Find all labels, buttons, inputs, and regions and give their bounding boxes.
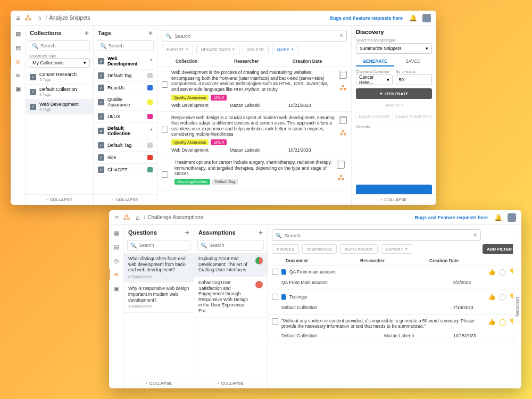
document-row[interactable]: "Without any context or content provided… bbox=[268, 316, 521, 343]
checkbox-icon[interactable]: ✓ bbox=[98, 58, 104, 64]
collection-item[interactable]: ✓Cancer Research3 Tags bbox=[26, 70, 93, 85]
thumbs-up-icon[interactable]: 👍 bbox=[488, 318, 496, 326]
checkbox-icon[interactable]: ✓ bbox=[30, 104, 36, 110]
nav-library-icon[interactable]: ▣ bbox=[14, 85, 22, 93]
copy-icon[interactable] bbox=[338, 162, 345, 169]
collection-item[interactable]: ✓Web Development4 Tags bbox=[26, 99, 93, 114]
nav-analyze-icon[interactable]: ◎ bbox=[113, 257, 120, 264]
checkbox-icon[interactable]: ✓ bbox=[98, 128, 104, 134]
app-logo-icon[interactable] bbox=[339, 129, 347, 137]
document-row[interactable]: Testingje👍◯👎 Default Collection7/18/2023 bbox=[268, 291, 521, 315]
chevron-up-icon[interactable]: ˄ bbox=[150, 128, 153, 134]
app-logo-icon[interactable] bbox=[339, 84, 347, 92]
proves-button[interactable]: PROVES bbox=[272, 244, 299, 254]
disproves-button[interactable]: DISPROVES bbox=[302, 244, 337, 254]
tag-item[interactable]: ✓nice bbox=[94, 152, 157, 164]
tag-chip[interactable]: UI/UX bbox=[211, 139, 227, 145]
row-checkbox[interactable] bbox=[162, 171, 168, 178]
tag-chip[interactable]: UI/UX bbox=[211, 95, 227, 101]
tag-item[interactable]: ✓Default Tag bbox=[94, 139, 157, 152]
app-logo-icon[interactable] bbox=[123, 214, 130, 221]
tag-chip[interactable]: Quality Assurance bbox=[171, 95, 209, 101]
neutral-icon[interactable]: ◯ bbox=[499, 318, 506, 326]
tag-item[interactable]: ✓UI/UX bbox=[94, 111, 157, 123]
feedback-link[interactable]: Bugs and Feature requests here bbox=[414, 215, 488, 220]
bell-icon[interactable]: 🔔 bbox=[494, 214, 502, 221]
tag-group[interactable]: ✓Web Development˄ bbox=[94, 53, 157, 70]
tab-generate[interactable]: GENERATE bbox=[356, 57, 394, 66]
assumption-item[interactable]: Exploring Front-End Development: The Art… bbox=[194, 253, 267, 277]
home-icon[interactable]: ⌂ bbox=[136, 214, 139, 221]
thumbs-up-icon[interactable]: 👍 bbox=[488, 268, 496, 276]
add-filter-button[interactable]: ADD FILTER bbox=[483, 244, 516, 254]
main-search[interactable]: 🔍× bbox=[162, 30, 347, 41]
nav-challenge-icon[interactable]: ≋ bbox=[113, 271, 120, 278]
thumbs-up-icon[interactable]: 👍 bbox=[488, 293, 496, 301]
nav-collections-icon[interactable]: ▦ bbox=[14, 30, 22, 37]
snippet-row[interactable]: Web development is the process of creati… bbox=[157, 66, 351, 112]
nav-collections-icon[interactable]: ▦ bbox=[113, 229, 120, 237]
copy-icon[interactable] bbox=[340, 117, 347, 124]
checkbox-icon[interactable]: ✓ bbox=[98, 113, 104, 120]
collapse-questions[interactable]: ‹COLLAPSE bbox=[124, 378, 194, 388]
export-button[interactable]: EXPORT▾ bbox=[162, 45, 193, 54]
make-shorter-button[interactable]: MAKE SHORTER bbox=[395, 112, 433, 121]
words-input[interactable]: 50 bbox=[396, 74, 433, 85]
discovery-collapsed-tab[interactable]: Discovery bbox=[513, 225, 521, 388]
document-row[interactable]: QA From main account👍◯👎 QA From Main acc… bbox=[268, 266, 521, 290]
collection-select[interactable]: Cancer Rese...▾ bbox=[356, 74, 393, 85]
question-item[interactable]: Why is responsive web design important i… bbox=[124, 282, 194, 312]
row-checkbox[interactable] bbox=[272, 269, 278, 275]
save-bar[interactable] bbox=[356, 185, 432, 194]
neutral-icon[interactable]: ◯ bbox=[499, 293, 506, 301]
bell-icon[interactable]: 🔔 bbox=[409, 14, 417, 22]
hamburger-icon[interactable]: ≡ bbox=[114, 213, 119, 222]
make-longer-button[interactable]: MAKE LONGER bbox=[356, 112, 393, 121]
simplify-button[interactable]: SIMPLIFY bbox=[356, 100, 432, 110]
collapse-assumptions[interactable]: ‹COLLAPSE bbox=[194, 378, 267, 388]
collections-type-select[interactable]: My Collections▾ bbox=[29, 58, 90, 68]
add-collection-button[interactable]: + bbox=[85, 29, 89, 37]
tag-item[interactable]: ✓Default Tag bbox=[94, 70, 157, 82]
tag-item[interactable]: ✓ChatGPT bbox=[94, 164, 157, 176]
row-checkbox[interactable] bbox=[272, 318, 278, 325]
add-question-button[interactable]: + bbox=[185, 228, 189, 237]
row-checkbox[interactable] bbox=[272, 294, 278, 300]
tag-chip[interactable]: Quality Assurance bbox=[171, 139, 209, 145]
tag-chip[interactable]: OncologyStudies bbox=[174, 179, 210, 185]
collections-search[interactable]: 🔍× bbox=[29, 40, 90, 51]
tag-chip[interactable]: Default Tag bbox=[212, 179, 238, 185]
checkbox-icon[interactable]: ✓ bbox=[98, 154, 104, 161]
app-logo-icon[interactable] bbox=[24, 14, 32, 22]
collapse-tags[interactable]: ‹COLLAPSE bbox=[94, 194, 157, 205]
hamburger-icon[interactable]: ≡ bbox=[16, 14, 20, 22]
snippet-row[interactable]: Treatment options for cancer include sur… bbox=[157, 156, 351, 190]
main-search[interactable]: 🔍× bbox=[272, 229, 481, 241]
checkbox-icon[interactable]: ✓ bbox=[30, 89, 36, 95]
clear-icon[interactable]: × bbox=[339, 32, 343, 39]
checkbox-icon[interactable]: ✓ bbox=[98, 72, 104, 79]
analysis-type-select[interactable]: Summarize Snippets▾ bbox=[356, 43, 432, 54]
assumptions-search[interactable]: 🔍× bbox=[197, 240, 264, 251]
tags-search[interactable]: 🔍× bbox=[97, 40, 154, 51]
checkbox-icon[interactable]: ✓ bbox=[30, 74, 36, 80]
breadcrumb[interactable]: Analyze Snippets bbox=[49, 15, 90, 21]
tag-item[interactable]: ✓Quality Assurance bbox=[94, 94, 157, 111]
copy-icon[interactable] bbox=[340, 72, 347, 79]
auto-proof-button[interactable]: AUTO PROOF bbox=[340, 244, 378, 254]
tag-group[interactable]: ✓Default Collection˄ bbox=[94, 123, 157, 139]
add-assumption-button[interactable]: + bbox=[259, 228, 263, 237]
clear-icon[interactable]: × bbox=[473, 231, 477, 239]
checkbox-icon[interactable]: ✓ bbox=[98, 85, 104, 91]
snippet-row[interactable]: Responsive web design is a crucial aspec… bbox=[157, 112, 351, 157]
checkbox-icon[interactable]: ✓ bbox=[98, 167, 104, 173]
question-item[interactable]: What distinguishes front-end web develop… bbox=[124, 253, 194, 282]
nav-grid-icon[interactable]: ▤ bbox=[113, 243, 120, 251]
add-tag-button[interactable]: + bbox=[148, 29, 153, 37]
avatar[interactable] bbox=[508, 213, 516, 222]
avatar[interactable] bbox=[422, 14, 431, 22]
tag-item[interactable]: ✓ReactJs bbox=[94, 82, 157, 94]
update-tags-button[interactable]: UPDATE TAGS▾ bbox=[196, 45, 239, 54]
more-button[interactable]: MORE▾ bbox=[272, 45, 298, 54]
generate-button[interactable]: ✦GENERATE bbox=[356, 88, 432, 99]
